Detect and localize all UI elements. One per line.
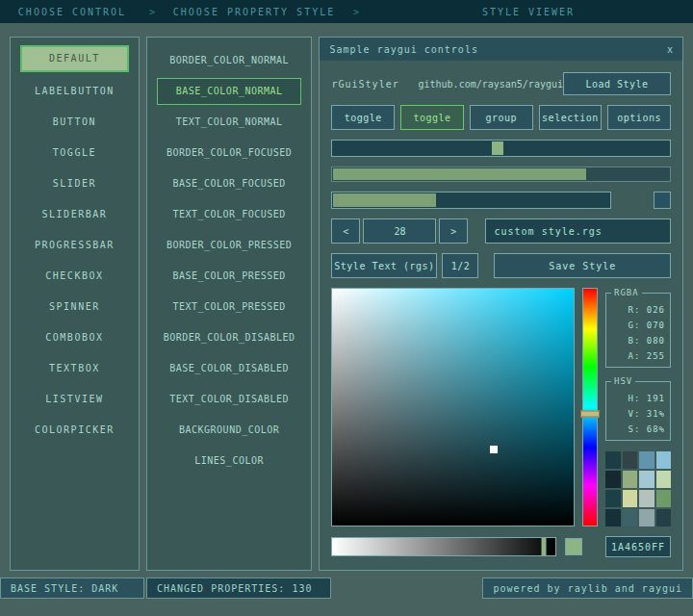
palette-swatch[interactable] xyxy=(656,471,672,488)
hsv-group: HSV H: 191 V: 31% S: 68% xyxy=(605,381,671,441)
filename-input[interactable] xyxy=(485,218,671,244)
palette-swatch[interactable] xyxy=(605,451,621,469)
rgba-r-value: R: 026 xyxy=(611,302,665,318)
window-title-bar: Sample raygui controls x xyxy=(320,38,682,61)
control-item-button[interactable]: BUTTON xyxy=(11,107,139,138)
property-item-selected[interactable]: BASE_COLOR_NORMAL xyxy=(157,78,302,105)
nav-choose-property-style: CHOOSE PROPERTY STYLE xyxy=(160,7,348,17)
palette-swatch[interactable] xyxy=(656,490,672,507)
property-item[interactable]: TEXT_COLOR_DISABLED xyxy=(147,384,312,415)
window-title: Sample raygui controls xyxy=(329,44,477,55)
toggle-button[interactable]: options xyxy=(607,105,671,130)
palette-swatch[interactable] xyxy=(605,490,621,507)
color-picker-area: RGBA R: 026 G: 070 B: 080 A: 255 HSV H: … xyxy=(331,288,671,526)
chevron-right-icon: > xyxy=(348,7,364,17)
repo-link[interactable]: github.com/raysan5/raygui xyxy=(418,79,563,90)
control-item-listview[interactable]: LISTVIEW xyxy=(11,384,139,415)
property-item[interactable]: TEXT_COLOR_NORMAL xyxy=(147,107,312,138)
tool-name-label: rGuiStyler xyxy=(331,79,418,90)
toggle-button[interactable]: toggle xyxy=(331,105,395,130)
control-item-checkbox[interactable]: CHECKBOX xyxy=(11,261,139,292)
palette-swatch[interactable] xyxy=(623,490,638,507)
property-item[interactable]: BASE_COLOR_FOCUSED xyxy=(147,168,312,199)
sample-sliderbar[interactable] xyxy=(331,192,611,209)
sample-slider[interactable] xyxy=(331,140,671,157)
property-item[interactable]: BORDER_COLOR_DISABLED xyxy=(147,322,312,353)
palette-swatch[interactable] xyxy=(623,471,638,488)
black-gradient-layer xyxy=(332,289,574,526)
main-area: DEFAULT LABELBUTTON BUTTON TOGGLE SLIDER… xyxy=(0,23,693,571)
palette-swatch[interactable] xyxy=(639,490,654,507)
spinner-increment-button[interactable]: > xyxy=(439,218,468,244)
hsv-group-label: HSV xyxy=(611,376,635,386)
control-item-labelbutton[interactable]: LABELBUTTON xyxy=(11,76,139,107)
save-style-button[interactable]: Save Style xyxy=(494,253,671,278)
sample-checkbox[interactable] xyxy=(654,192,671,209)
toggle-button[interactable]: group xyxy=(470,105,533,130)
slider-row xyxy=(331,140,671,157)
toggle-button[interactable]: selection xyxy=(539,105,603,130)
palette-swatch[interactable] xyxy=(605,509,621,526)
status-bar: BASE STYLE: DARK CHANGED PROPERTIES: 130… xyxy=(0,578,693,599)
style-text-button[interactable]: Style Text (rgs) xyxy=(331,253,437,278)
palette-swatch[interactable] xyxy=(656,509,672,526)
hsv-h-value: H: 191 xyxy=(611,391,665,406)
picked-color-box[interactable] xyxy=(565,538,582,555)
palette-swatch[interactable] xyxy=(605,471,621,488)
rgba-a-value: A: 255 xyxy=(611,348,665,364)
slider-handle[interactable] xyxy=(492,141,503,155)
property-item[interactable]: BACKGROUND_COLOR xyxy=(147,415,312,446)
rgba-g-value: G: 070 xyxy=(611,318,665,333)
property-item[interactable]: TEXT_COLOR_FOCUSED xyxy=(147,199,312,230)
property-item[interactable]: BORDER_COLOR_PRESSED xyxy=(147,230,312,261)
rgba-group-label: RGBA xyxy=(611,288,642,297)
hue-slider[interactable] xyxy=(582,288,598,526)
powered-by-status: powered by raylib and raygui xyxy=(482,578,693,599)
property-item[interactable]: LINES_COLOR xyxy=(147,446,312,476)
properties-list-panel: BORDER_COLOR_NORMAL BASE_COLOR_NORMAL TE… xyxy=(146,37,313,571)
control-item-spinner[interactable]: SPINNER xyxy=(11,292,139,322)
color-cursor[interactable] xyxy=(490,446,498,453)
control-item-colorpicker[interactable]: COLORPICKER xyxy=(11,415,139,446)
base-style-status: BASE STYLE: DARK xyxy=(0,578,144,599)
style-color-palette xyxy=(605,451,671,526)
control-item-default[interactable]: DEFAULT xyxy=(20,45,129,72)
page-indicator-button[interactable]: 1/2 xyxy=(442,253,478,278)
palette-swatch[interactable] xyxy=(639,471,654,488)
controls-list-panel: DEFAULT LABELBUTTON BUTTON TOGGLE SLIDER… xyxy=(10,37,140,571)
spinner-row: < 28 > xyxy=(331,218,671,244)
toggle-button-active[interactable]: toggle xyxy=(400,105,464,130)
palette-swatch[interactable] xyxy=(623,451,638,469)
value-slider-handle[interactable] xyxy=(542,538,547,555)
control-item-toggle[interactable]: TOGGLE xyxy=(11,138,139,168)
control-item-combobox[interactable]: COMBOBOX xyxy=(11,322,139,353)
property-item[interactable]: BORDER_COLOR_FOCUSED xyxy=(147,138,312,168)
top-bar: CHOOSE CONTROL > CHOOSE PROPERTY STYLE >… xyxy=(0,0,693,23)
grayscale-value-slider[interactable] xyxy=(331,537,556,556)
control-item-progressbar[interactable]: PROGRESSBAR xyxy=(11,230,139,261)
property-item[interactable]: BASE_COLOR_PRESSED xyxy=(147,261,312,292)
palette-swatch[interactable] xyxy=(639,509,654,526)
property-item[interactable]: BORDER_COLOR_NORMAL xyxy=(147,45,312,76)
palette-swatch[interactable] xyxy=(623,509,638,526)
chevron-right-icon: > xyxy=(144,7,160,17)
close-icon[interactable]: x xyxy=(667,44,674,55)
value-bar-row xyxy=(331,536,671,557)
control-item-textbox[interactable]: TEXTBOX xyxy=(11,353,139,384)
property-item[interactable]: TEXT_COLOR_PRESSED xyxy=(147,292,312,322)
sliderbar-row xyxy=(331,192,671,209)
palette-swatch[interactable] xyxy=(656,451,672,469)
saturation-value-panel[interactable] xyxy=(331,288,575,526)
changed-properties-status: CHANGED PROPERTIES: 130 xyxy=(146,578,331,599)
control-item-slider[interactable]: SLIDER xyxy=(11,168,139,199)
toggle-group: toggle toggle group selection options xyxy=(331,105,671,130)
spinner-value: 28 xyxy=(363,218,436,244)
load-style-button[interactable]: Load Style xyxy=(563,72,671,95)
property-item[interactable]: BASE_COLOR_DISABLED xyxy=(147,353,312,384)
hex-color-input[interactable] xyxy=(605,536,671,557)
control-item-sliderbar[interactable]: SLIDERBAR xyxy=(11,199,139,230)
hue-slider-handle[interactable] xyxy=(580,411,600,418)
nav-style-viewer: STYLE VIEWER xyxy=(364,7,693,17)
spinner-decrement-button[interactable]: < xyxy=(331,218,360,244)
palette-swatch[interactable] xyxy=(639,451,654,469)
